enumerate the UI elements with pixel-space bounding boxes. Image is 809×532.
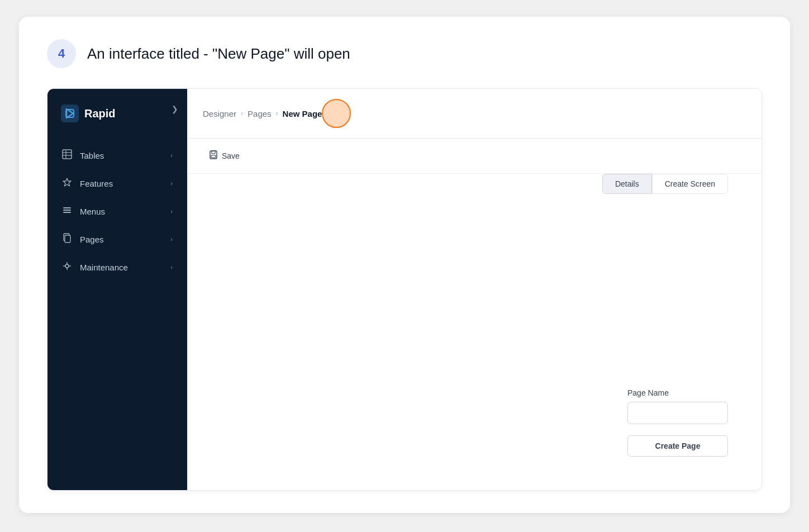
app-window: Rapid ❯ Tables ›: [47, 88, 762, 491]
main-content: Designer › Pages › New Page Save: [187, 89, 762, 490]
page-name-input[interactable]: [627, 402, 728, 424]
svg-rect-0: [61, 104, 79, 122]
svg-rect-6: [63, 207, 71, 208]
logo-text: Rapid: [84, 107, 116, 120]
maintenance-chevron: ›: [170, 264, 173, 270]
breadcrumb-current: New Page: [283, 109, 322, 118]
rapid-logo-icon: [61, 104, 79, 122]
save-icon: [208, 150, 218, 162]
tables-chevron: ›: [170, 152, 173, 159]
tables-icon: [62, 149, 72, 162]
sidebar-item-menus[interactable]: Menus ›: [54, 198, 180, 224]
pages-label: Pages: [80, 235, 104, 244]
tab-details[interactable]: Details: [602, 174, 652, 194]
svg-rect-18: [211, 155, 216, 158]
breadcrumb-pages: Pages: [248, 109, 272, 118]
svg-point-15: [65, 264, 69, 268]
svg-rect-10: [65, 235, 70, 243]
menus-chevron: ›: [170, 208, 173, 215]
svg-rect-7: [63, 210, 71, 211]
features-chevron: ›: [170, 180, 173, 187]
breadcrumb: Designer › Pages › New Page: [187, 89, 762, 139]
step-badge: 4: [47, 39, 76, 68]
sidebar: Rapid ❯ Tables ›: [47, 89, 187, 490]
sidebar-item-tables[interactable]: Tables ›: [54, 142, 180, 168]
content-area: Details Create Screen Page Name Create P…: [187, 174, 762, 490]
maintenance-label: Maintenance: [80, 263, 128, 272]
page-name-group: Page Name Create Page: [627, 388, 728, 457]
menus-label: Menus: [80, 207, 105, 216]
breadcrumb-highlight-circle: [322, 99, 351, 128]
breadcrumb-sep-2: ›: [276, 110, 278, 117]
menus-icon: [62, 205, 72, 217]
step-number: 4: [58, 46, 65, 61]
svg-rect-8: [63, 212, 71, 213]
tab-create-screen[interactable]: Create Screen: [652, 174, 728, 194]
step-header: 4 An interface titled - "New Page" will …: [47, 39, 762, 68]
svg-rect-17: [212, 151, 215, 154]
save-label: Save: [222, 151, 240, 160]
form-area: Page Name Create Page: [187, 388, 762, 457]
create-page-button[interactable]: Create Page: [627, 435, 728, 457]
features-icon: [62, 177, 72, 189]
sidebar-collapse-button[interactable]: ❯: [172, 104, 178, 113]
breadcrumb-designer: Designer: [203, 109, 236, 118]
breadcrumb-sep-1: ›: [241, 110, 243, 117]
tables-label: Tables: [80, 151, 104, 160]
toolbar: Save: [187, 139, 762, 174]
step-title: An interface titled - "New Page" will op…: [87, 45, 350, 63]
sidebar-item-pages[interactable]: Pages ›: [54, 226, 180, 252]
save-button[interactable]: Save: [203, 146, 245, 165]
tabs-row: Details Create Screen: [187, 174, 762, 194]
svg-rect-2: [63, 150, 72, 159]
features-label: Features: [80, 179, 113, 188]
maintenance-icon: [62, 261, 72, 273]
sidebar-nav: Tables › Features ›: [47, 142, 187, 280]
pages-chevron: ›: [170, 236, 173, 243]
sidebar-logo: Rapid: [47, 89, 187, 142]
pages-icon: [62, 233, 72, 245]
sidebar-item-maintenance[interactable]: Maintenance ›: [54, 254, 180, 280]
page-name-label: Page Name: [627, 388, 728, 397]
sidebar-item-features[interactable]: Features ›: [54, 170, 180, 196]
outer-container: 4 An interface titled - "New Page" will …: [19, 17, 790, 513]
